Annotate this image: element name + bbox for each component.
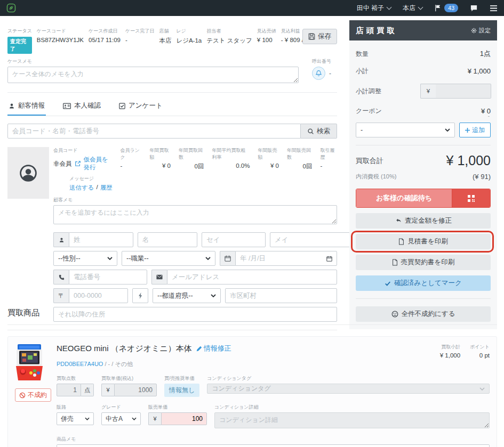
- subtotal-value: ¥ 1,000: [468, 67, 491, 75]
- chevron-down-icon: [132, 417, 137, 420]
- case-memo-input[interactable]: [7, 67, 299, 83]
- case-completed-field: ケース完了日 -: [125, 28, 154, 43]
- app-logo-icon[interactable]: [6, 3, 16, 13]
- expected-price-field: 見込売値 ¥ 100: [257, 28, 276, 43]
- undo-icon: [395, 217, 402, 224]
- customer-memo-block: 顧客メモ: [53, 197, 337, 226]
- last-name-field[interactable]: [69, 232, 133, 247]
- customer-summary: 会員コード 非会員 仮会員を発行 会員ランク - 年間買取額 ¥ 0 年間: [7, 147, 337, 226]
- adjust-row: 小計調整 ¥: [356, 84, 491, 99]
- user-menu[interactable]: 田中 裕子: [357, 4, 391, 13]
- phone-icon: [53, 270, 69, 285]
- search-button[interactable]: 検索: [301, 124, 337, 139]
- add-coupon-button[interactable]: 追加: [459, 123, 491, 137]
- member-search-input[interactable]: [7, 124, 301, 139]
- occupation-select[interactable]: --職業--: [122, 251, 215, 266]
- chevron-down-icon: [85, 417, 90, 420]
- sales-channel-field: 販路 併売: [57, 404, 94, 425]
- date-picker-icon[interactable]: [326, 256, 332, 262]
- person-icon: [53, 232, 69, 247]
- phone-field[interactable]: [69, 270, 147, 285]
- section-title: 買取商品: [7, 308, 497, 325]
- item-cancel-button[interactable]: 不成約: [15, 388, 51, 402]
- store-menu[interactable]: 本店: [403, 4, 422, 13]
- prefecture-select[interactable]: --都道府県--: [153, 288, 221, 303]
- sales-channel-select[interactable]: 併売: [57, 412, 94, 425]
- condition-tag-select[interactable]: コンディションタグ: [207, 384, 490, 394]
- tax-row: 内消費税 (10%) (¥ 91): [356, 173, 491, 181]
- total-row: 買取合計 ¥ 1,000: [356, 153, 491, 168]
- notification-count-badge: 43: [444, 4, 458, 12]
- plus-icon: [465, 128, 470, 133]
- send-message-link[interactable]: 送信する: [69, 184, 94, 192]
- customer-info: 会員コード 非会員 仮会員を発行 会員ランク - 年間買取額 ¥ 0 年間: [53, 147, 337, 226]
- chevron-down-icon: [387, 5, 392, 10]
- sale-price-input[interactable]: [161, 412, 207, 425]
- save-button[interactable]: 保存: [302, 29, 337, 44]
- edit-info-link[interactable]: 情報修正: [196, 344, 231, 353]
- call-number-value: -: [329, 70, 331, 77]
- phone-group: [53, 270, 147, 285]
- chat-icon[interactable]: [470, 4, 478, 12]
- tab-customer-info[interactable]: 顧客情報: [7, 99, 46, 116]
- city-field[interactable]: [225, 288, 337, 303]
- customer-tabs: 顧客情報 本人確認 アンケート: [7, 99, 337, 116]
- gear-icon: [471, 28, 477, 34]
- customer-confirm-wait-button[interactable]: お客様の確認待ち: [356, 189, 491, 208]
- case-store-field: 店舗 本店: [159, 28, 171, 45]
- member-rank-field: 会員ランク -: [120, 147, 141, 169]
- document-icon: [398, 238, 404, 245]
- tab-identity-check[interactable]: 本人確認: [62, 99, 102, 116]
- mark-confirmed-button[interactable]: 確認済みとしてマーク: [356, 275, 491, 291]
- condition-detail-input[interactable]: [214, 412, 490, 428]
- member-search-row: 検索: [7, 124, 337, 139]
- email-field[interactable]: [167, 270, 337, 285]
- customer-memo-input[interactable]: [53, 205, 337, 224]
- grade-select[interactable]: 中古A: [101, 412, 141, 425]
- print-contract-button[interactable]: 売買契約書を印刷: [356, 255, 491, 270]
- stat-annual-avg-margin: 年間平均買取粗利率 0.0%: [212, 147, 250, 169]
- divider: [356, 145, 491, 145]
- postal-mark: 〒: [53, 288, 69, 303]
- settings-button[interactable]: 設定: [471, 27, 491, 35]
- product-thumbnail[interactable]: [15, 344, 48, 381]
- buy-quantity-input[interactable]: [57, 384, 81, 396]
- customer-stats-row: 会員コード 非会員 仮会員を発行 会員ランク - 年間買取額 ¥ 0 年間: [53, 147, 337, 172]
- member-code-value: 非会員: [53, 160, 72, 168]
- subtotal-adjust-input[interactable]: [436, 84, 491, 99]
- product-code[interactable]: PDD0BEE7A4UO: [57, 361, 103, 367]
- top-navbar: 田中 裕子 本店 43: [0, 0, 504, 16]
- first-name-field[interactable]: [138, 232, 197, 247]
- case-main-area: 保存 ステータス 査定完了 ケースコード BS87ZHW3Y1JK ケース作成日…: [7, 28, 337, 330]
- buy-unit-price-input[interactable]: [114, 384, 157, 396]
- divider: [7, 92, 337, 93]
- stat-history: 取引履歴 -: [320, 147, 337, 169]
- call-number-block: 呼出番号 -: [306, 58, 337, 85]
- tab-survey[interactable]: アンケート: [118, 99, 164, 116]
- fix-assessment-button[interactable]: 査定金額を修正: [356, 213, 491, 229]
- notifications-button[interactable]: 43: [434, 4, 458, 12]
- message-history-link[interactable]: 履歴: [100, 184, 113, 192]
- product-card: 不成約 NEOGEO mini （ネオジオミニ）本体 情報修正 買取小計 ¥ 1…: [7, 336, 497, 447]
- menu-icon[interactable]: [490, 5, 498, 12]
- member-code-field: 会員コード 非会員 仮会員を発行: [53, 147, 112, 172]
- qr-code-icon[interactable]: [452, 189, 490, 207]
- product-memo-input[interactable]: [57, 444, 490, 447]
- chevron-down-icon: [211, 294, 216, 297]
- bell-button[interactable]: [312, 67, 325, 80]
- coupon-select[interactable]: -: [356, 123, 455, 137]
- ban-icon: [19, 392, 26, 399]
- message-block: メッセージ 送信する / 履歴: [69, 175, 337, 192]
- yen-addon: ¥: [420, 84, 436, 99]
- postal-group: 〒: [53, 288, 128, 303]
- case-register-field: レジ レジA-1a: [176, 28, 202, 45]
- product-fields-row-1: 買取点数 点 買取単価(税込) ¥ 買/売推奨単価 情報無し: [57, 375, 490, 397]
- print-quote-button[interactable]: 見積書を印刷: [356, 234, 491, 249]
- last-kana-field[interactable]: [202, 232, 266, 247]
- birthdate-field[interactable]: 年 /月/日: [235, 251, 337, 266]
- postal-code-field[interactable]: [69, 288, 128, 303]
- issue-temp-member-link[interactable]: 仮会員を発行: [84, 156, 113, 172]
- product-code-line: PDD0BEE7A4UO / - / その他: [57, 360, 490, 368]
- gender-select[interactable]: --性別--: [53, 251, 117, 266]
- address-autofill-button[interactable]: [132, 288, 148, 303]
